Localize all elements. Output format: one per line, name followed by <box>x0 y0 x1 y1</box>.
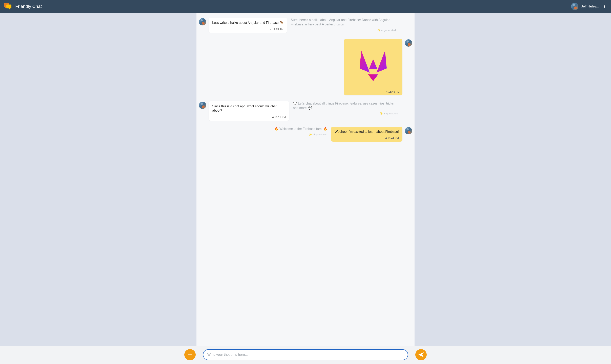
message-avatar <box>199 18 206 26</box>
app-title: Friendly Chat <box>15 4 42 9</box>
composer-bar <box>0 346 611 364</box>
message-row: 4:16:48 PM <box>199 39 412 95</box>
svg-rect-2 <box>6 4 11 8</box>
user-avatar[interactable] <box>571 3 578 10</box>
message-avatar <box>405 39 412 47</box>
message-bubble: Woohoo, I'm excited to learn about Fireb… <box>331 127 402 142</box>
message-bubble-image: 4:16:48 PM <box>344 39 402 95</box>
message-row: Since this is a chat app, what should we… <box>199 101 412 121</box>
send-icon <box>418 352 424 358</box>
ai-generated-label: ai generated <box>291 28 396 32</box>
message-input[interactable] <box>203 349 408 360</box>
message-text: Let's write a haiku about Angular and Fi… <box>212 21 283 25</box>
message-text: Since this is a chat app, what should we… <box>212 104 286 113</box>
add-attachment-button[interactable] <box>184 349 196 360</box>
svg-point-5 <box>604 6 605 7</box>
message-bubble: Let's write a haiku about Angular and Fi… <box>209 18 287 33</box>
message-timestamp: 4:15:44 PM <box>385 137 399 140</box>
svg-marker-9 <box>369 59 377 69</box>
message-bubble: Since this is a chat app, what should we… <box>209 101 289 121</box>
message-avatar <box>405 127 412 134</box>
message-avatar <box>199 102 206 109</box>
ai-generated-label: ai generated <box>293 112 398 116</box>
svg-marker-3 <box>8 8 10 10</box>
send-button[interactable] <box>415 349 427 360</box>
ai-response: Sure, here's a haiku about Angular and F… <box>291 18 396 32</box>
svg-point-6 <box>604 7 605 8</box>
ai-response-text: Sure, here's a haiku about Angular and F… <box>291 18 396 27</box>
ai-response: 🔥 Welcome to the Firebase fam! 🔥 ai gene… <box>274 127 327 137</box>
message-row: 🔥 Welcome to the Firebase fam! 🔥 ai gene… <box>199 127 412 142</box>
svg-point-4 <box>604 5 605 6</box>
svg-marker-10 <box>368 74 378 81</box>
angular-logo-icon <box>344 39 402 89</box>
user-area: Jeff Huleatt <box>571 3 608 10</box>
message-timestamp: 4:17:25 PM <box>270 28 284 31</box>
user-name: Jeff Huleatt <box>581 4 598 9</box>
chat-scroll-area[interactable]: Let's write a haiku about Angular and Fi… <box>0 13 611 346</box>
more-vert-icon <box>602 4 607 9</box>
svg-marker-7 <box>360 51 370 72</box>
ai-response-text: 💬 Let's chat about all things Firebase: … <box>293 101 398 110</box>
message-text: Woohoo, I'm excited to learn about Fireb… <box>334 130 399 134</box>
app-logo-icon <box>3 2 13 11</box>
message-timestamp: 4:16:48 PM <box>386 90 400 93</box>
app-header: Friendly Chat Jeff Huleatt <box>0 0 611 13</box>
message-timestamp: 4:16:17 PM <box>272 116 286 119</box>
ai-response-text: 🔥 Welcome to the Firebase fam! 🔥 <box>274 127 327 131</box>
ai-generated-label: ai generated <box>274 133 327 136</box>
svg-marker-8 <box>377 51 387 72</box>
chat-column: Let's write a haiku about Angular and Fi… <box>197 13 414 346</box>
message-row: Let's write a haiku about Angular and Fi… <box>199 18 412 33</box>
overflow-menu-button[interactable] <box>601 3 608 10</box>
ai-response: 💬 Let's chat about all things Firebase: … <box>293 101 398 116</box>
plus-icon <box>187 352 193 358</box>
